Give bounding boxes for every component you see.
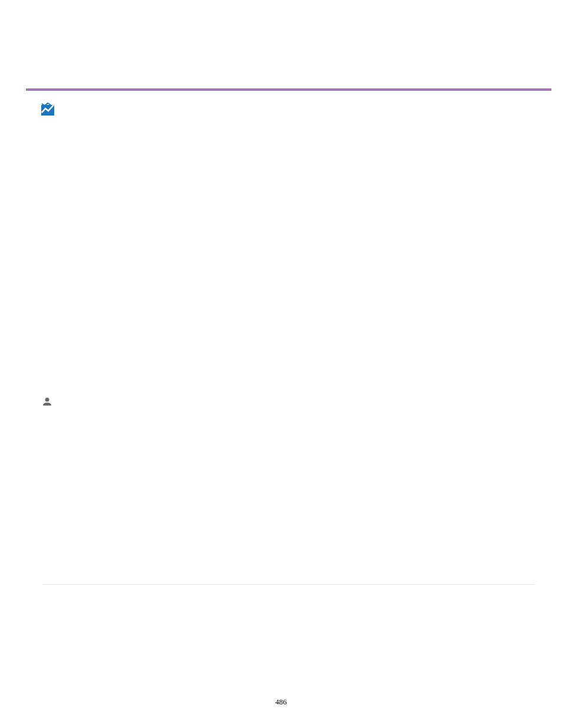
chart-icon — [41, 103, 54, 116]
section-divider-top — [26, 88, 551, 91]
svg-point-1 — [45, 398, 49, 402]
person-icon — [42, 397, 52, 406]
section-divider-bottom — [42, 584, 535, 585]
page-number: 486 — [275, 697, 287, 707]
